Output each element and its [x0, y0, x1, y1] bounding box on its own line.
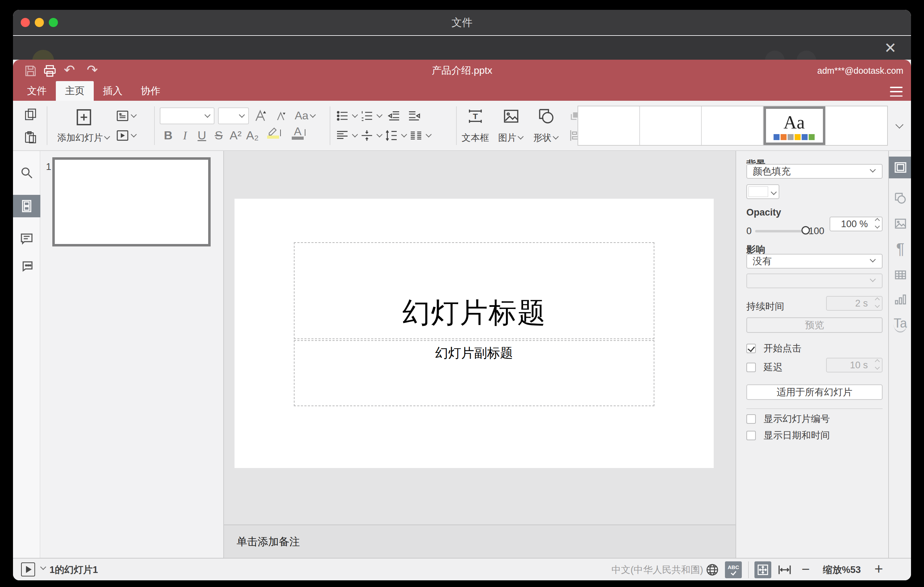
slideshow-options-chevron-icon[interactable]	[40, 564, 46, 570]
fit-to-width-icon[interactable]	[777, 563, 792, 577]
numbering-icon[interactable]	[360, 109, 374, 123]
slide-settings-icon[interactable]	[889, 157, 911, 178]
bullets-icon[interactable]	[335, 109, 349, 123]
increase-font-size-icon[interactable]	[252, 109, 269, 123]
theme-item[interactable]	[578, 106, 640, 145]
superscript-icon[interactable]: A²	[227, 129, 244, 142]
insert-shape-button[interactable]: 形状	[533, 107, 559, 144]
font-size-combo[interactable]	[218, 107, 249, 124]
theme-item[interactable]	[702, 106, 764, 145]
theme-item[interactable]	[825, 106, 887, 145]
show-date-time-checkbox[interactable]	[746, 431, 756, 440]
increase-indent-icon[interactable]	[405, 109, 424, 123]
close-icon[interactable]: ✕	[881, 39, 899, 57]
search-icon[interactable]	[13, 162, 40, 184]
opacity-slider[interactable]	[755, 230, 805, 232]
font-color-icon[interactable]: A	[285, 125, 310, 146]
slide-title-text: 幻灯片标题	[402, 294, 546, 332]
decrease-font-size-icon[interactable]	[273, 110, 290, 122]
shape-label: 形状	[533, 132, 551, 144]
strikeout-icon[interactable]: S	[210, 129, 227, 142]
language-selector[interactable]: 中文(中华人民共和国)	[612, 559, 703, 580]
set-language-icon[interactable]	[705, 563, 719, 577]
effect-select[interactable]: 没有	[746, 254, 883, 269]
vertical-align-icon[interactable]	[360, 129, 374, 143]
background-fill-select[interactable]: 颜色填充	[746, 164, 883, 179]
theme-item-selected[interactable]: Aa	[764, 106, 825, 145]
title-placeholder[interactable]: 幻灯片标题	[294, 242, 654, 339]
highlight-color-icon[interactable]	[261, 126, 285, 145]
editor-header: ↶ ↷ 产品介绍.pptx adm***@dootask.com 文件 主页 插…	[13, 60, 911, 101]
start-on-click-checkbox[interactable]	[746, 344, 756, 353]
slide-thumbnail-number: 1	[46, 162, 51, 172]
line-spacing-icon[interactable]	[384, 129, 398, 143]
spellcheck-icon[interactable]: ABC	[725, 561, 742, 578]
theme-gallery: Aa	[578, 106, 888, 146]
delay-row[interactable]: 延迟	[746, 361, 782, 374]
zoom-in-icon[interactable]: +	[872, 559, 886, 580]
notes-area[interactable]: 单击添加备注	[224, 524, 736, 558]
insert-textbox-button[interactable]: T 文本框	[462, 107, 489, 144]
shape-settings-icon[interactable]	[889, 188, 911, 209]
comments-icon[interactable]	[13, 228, 40, 250]
paste-icon[interactable]	[24, 130, 37, 144]
zoom-out-icon[interactable]: −	[799, 559, 813, 580]
opacity-spinbox[interactable]: 100 %	[830, 217, 883, 231]
svg-text:T: T	[473, 112, 478, 121]
add-slide-label: 添加幻灯片	[57, 132, 103, 144]
add-slide-button[interactable]: 添加幻灯片	[52, 107, 116, 144]
document-filename: 产品介绍.pptx	[13, 60, 911, 81]
tab-file[interactable]: 文件	[18, 81, 56, 101]
subscript-icon[interactable]: A₂	[244, 129, 261, 142]
slide-thumbnail[interactable]	[52, 157, 211, 246]
insert-image-button[interactable]: 图片	[498, 107, 524, 144]
account-email: adm***@dootask.com	[817, 60, 903, 81]
slide-thumbnails-panel: 1	[40, 151, 224, 558]
opacity-slider-handle[interactable]	[802, 226, 810, 234]
theme-item[interactable]	[640, 106, 702, 145]
home-toolbar: 添加幻灯片	[13, 101, 911, 151]
subheader-strip: ✕	[13, 36, 911, 60]
fit-to-slide-icon[interactable]	[754, 561, 771, 578]
chat-icon[interactable]	[13, 254, 40, 277]
horizontal-align-icon[interactable]	[335, 129, 349, 143]
apply-to-all-slides-button[interactable]: 适用于所有幻灯片	[746, 384, 883, 400]
show-date-time-row[interactable]: 显示日期和时间	[746, 429, 830, 442]
chart-settings-icon[interactable]	[889, 289, 911, 310]
slide-indicator: 1的幻灯片1	[50, 559, 98, 580]
background-color-swatch[interactable]	[746, 184, 779, 199]
ribbon-tabs: 文件 主页 插入 协作	[18, 81, 170, 101]
start-slideshow-status-icon[interactable]	[21, 562, 35, 577]
font-name-combo[interactable]	[160, 107, 214, 124]
show-slide-number-checkbox[interactable]	[746, 414, 756, 424]
tab-home[interactable]: 主页	[56, 81, 94, 101]
columns-icon[interactable]	[409, 129, 423, 143]
delay-checkbox[interactable]	[746, 363, 756, 372]
status-bar: 1的幻灯片1 中文(中华人民共和国) ^ ABC − 缩放%53 +	[13, 558, 911, 580]
effect-type-select-disabled	[746, 274, 883, 288]
start-on-click-row[interactable]: 开始点击	[746, 342, 802, 355]
table-settings-icon[interactable]	[889, 264, 911, 286]
slide-canvas[interactable]: 幻灯片标题 幻灯片副标题	[224, 151, 736, 558]
bold-icon[interactable]: B	[160, 129, 177, 142]
menu-icon[interactable]	[890, 87, 903, 97]
underline-icon[interactable]: U	[193, 129, 210, 142]
change-case-icon[interactable]: Aa	[293, 109, 318, 122]
slide-layout-button[interactable]	[116, 107, 149, 124]
image-settings-icon[interactable]	[889, 213, 911, 234]
tab-collaboration[interactable]: 协作	[132, 81, 170, 101]
language-caret: ^	[693, 559, 697, 580]
start-slideshow-button[interactable]	[116, 127, 149, 144]
tab-insert[interactable]: 插入	[94, 81, 132, 101]
textart-settings-icon[interactable]: Ta	[889, 313, 911, 335]
decrease-indent-icon[interactable]	[384, 109, 403, 123]
copy-icon[interactable]	[24, 107, 37, 121]
slide-page[interactable]: 幻灯片标题 幻灯片副标题	[234, 199, 714, 468]
show-slide-number-row[interactable]: 显示幻灯片编号	[746, 412, 830, 425]
subtitle-placeholder[interactable]: 幻灯片副标题	[294, 340, 654, 406]
theme-gallery-more-button[interactable]	[890, 106, 908, 146]
paragraph-settings-icon[interactable]: ¶	[889, 238, 911, 260]
slide-subtitle-text: 幻灯片副标题	[435, 345, 513, 362]
italic-icon[interactable]: I	[177, 129, 193, 142]
slides-panel-icon[interactable]	[13, 195, 40, 217]
